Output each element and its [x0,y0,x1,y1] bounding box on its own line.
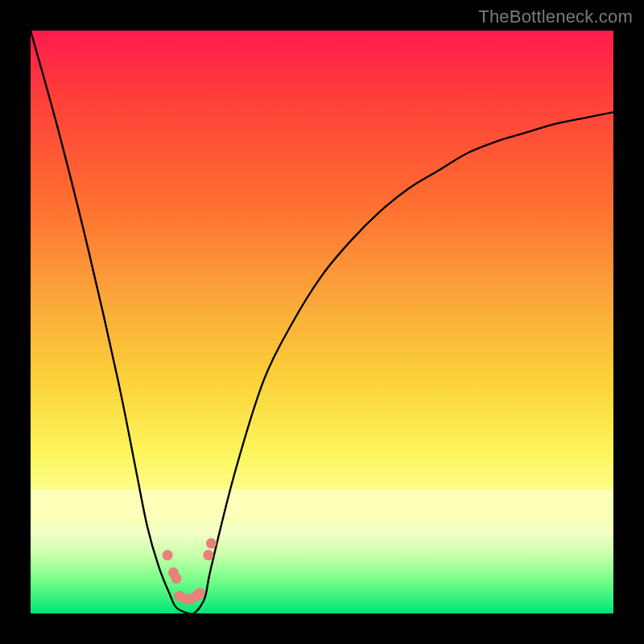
trough-marker [194,588,204,598]
watermark-text: TheBottleneck.com [478,6,633,27]
plot-area [31,31,613,613]
chart-frame: TheBottleneck.com [0,0,644,644]
trough-marker [171,573,182,584]
bottleneck-curve-path [31,31,613,613]
trough-marker [163,550,173,560]
trough-marker [206,539,217,549]
trough-marker [203,550,213,560]
bottleneck-curve-svg [31,31,613,613]
